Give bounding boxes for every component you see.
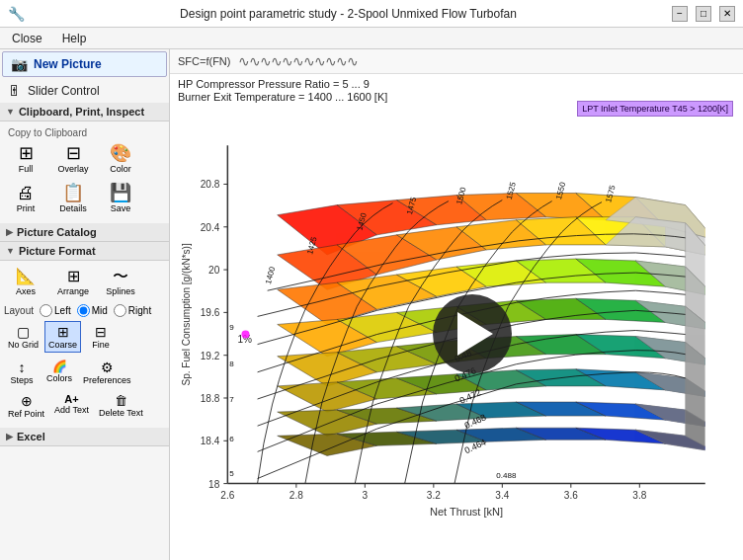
overlay-icon: ⊟ [66,144,81,162]
picture-catalog-header[interactable]: ▶ Picture Catalog [0,223,169,242]
ref-point-button[interactable]: ⊕ Ref Point [4,390,48,422]
svg-text:3.2: 3.2 [427,490,441,501]
svg-text:3: 3 [363,490,369,501]
preferences-button[interactable]: ⚙ Preferences [79,357,135,388]
no-grid-label: No Grid [8,340,39,350]
ref-point-label: Ref Point [8,409,44,419]
svg-text:0.488: 0.488 [496,471,517,480]
menu-help[interactable]: Help [58,30,91,47]
maximize-button[interactable]: □ [696,6,711,22]
full-icon: ⊞ [19,144,34,162]
svg-text:Net Thrust [kN]: Net Thrust [kN] [430,506,503,518]
info-bar: SFC=f(FN) ∿∿∿∿∿∿∿∿∿∿∿ [170,49,743,74]
add-text-button[interactable]: A+ Add Text [50,390,93,422]
radio-mid-label: Mid [92,305,108,316]
catalog-arrow-icon: ▶ [6,227,13,237]
svg-text:3.4: 3.4 [495,490,509,501]
details-button[interactable]: 📋 Details [51,180,95,217]
delete-text-label: Delete Text [99,408,143,418]
overlay-label: Overlay [57,164,88,174]
colors-button[interactable]: 🌈 Colors [41,357,77,388]
svg-point-126 [241,331,249,339]
svg-text:6: 6 [229,435,234,443]
play-button[interactable] [433,294,512,373]
minimize-button[interactable]: − [672,6,688,22]
svg-text:19.2: 19.2 [201,351,220,361]
steps-icon: ↕ [19,360,26,375]
excel-section-header[interactable]: ▶ Excel [0,428,169,446]
clipboard-arrow-icon: ▼ [6,107,15,117]
svg-text:Sp. Fuel Consumption [g/(kN*s): Sp. Fuel Consumption [g/(kN*s)] [181,243,192,385]
full-button[interactable]: ⊞ Full [4,140,47,178]
window-controls: − □ ✕ [672,6,735,22]
picture-format-content: 📐 Axes ⊞ Arrange 〜 Splines Layout [0,261,169,428]
svg-text:3.6: 3.6 [564,490,578,501]
fine-label: Fine [92,340,110,350]
axes-icon: 📐 [16,269,36,284]
param-line-1: HP Compressor Pressure Ratio = 5 ... 9 [178,78,735,90]
print-label: Print [17,203,36,213]
save-icon: 💾 [110,184,131,201]
ref-point-icon: ⊕ [21,393,33,409]
svg-text:20.4: 20.4 [201,222,220,233]
radio-right[interactable]: Right [114,304,151,317]
svg-text:2.8: 2.8 [289,490,303,501]
splines-icon: 〜 [113,269,128,284]
new-picture-label: New Picture [34,57,102,71]
details-icon: 📋 [62,184,84,201]
steps-button[interactable]: ↕ Steps [4,357,40,388]
clipboard-section-label: Clipboard, Print, Inspect [19,106,144,118]
no-grid-button[interactable]: ▢ No Grid [4,321,42,353]
splines-label: Splines [106,286,135,296]
coarse-label: Coarse [48,340,77,350]
print-button[interactable]: 🖨 Print [4,180,47,217]
fine-button[interactable]: ⊟ Fine [83,321,119,353]
camera-icon [11,56,28,72]
main-layout: New Picture Slider Control ▼ Clipboard, … [0,49,743,560]
color-icon: 🎨 [110,144,131,162]
arrange-label: Arrange [57,286,89,296]
slider-label: Slider Control [28,84,100,98]
menu-close[interactable]: Close [8,30,46,47]
svg-text:19.6: 19.6 [201,307,220,318]
clipboard-row-1: ⊞ Full ⊟ Overlay 🎨 Color [4,140,165,178]
content-area: SFC=f(FN) ∿∿∿∿∿∿∿∿∿∿∿ HP Compressor Pres… [170,49,743,560]
clipboard-content: Copy to Clipboard ⊞ Full ⊟ Overlay 🎨 Col… [0,121,169,223]
layout-row: Layout Left Mid Right [4,304,165,317]
delete-text-icon: 🗑 [115,393,127,408]
print-icon: 🖨 [17,184,35,201]
svg-text:3.8: 3.8 [632,490,646,501]
add-text-label: Add Text [54,405,89,415]
steps-label: Steps [10,375,33,385]
excel-arrow-icon: ▶ [6,432,13,441]
picture-catalog-label: Picture Catalog [17,226,97,238]
new-picture-button[interactable]: New Picture [2,51,167,77]
arrange-button[interactable]: ⊞ Arrange [51,265,95,300]
radio-left[interactable]: Left [40,304,71,317]
close-button[interactable]: ✕ [719,6,735,22]
picture-format-label: Picture Format [19,245,96,257]
picture-format-header[interactable]: ▼ Picture Format [0,242,169,261]
preferences-label: Preferences [83,375,131,385]
menu-bar: Close Help [0,28,743,49]
title-bar: 🔧 Design point parametric study - 2-Spoo… [0,0,743,28]
format-arrow-icon: ▼ [6,246,15,256]
axes-label: Axes [16,286,36,296]
slider-control-button[interactable]: Slider Control [0,79,169,103]
save-button[interactable]: 💾 Save [99,180,142,217]
svg-text:8: 8 [229,360,234,368]
axes-button[interactable]: 📐 Axes [4,265,47,300]
radio-left-label: Left [54,305,71,316]
radio-right-label: Right [128,305,151,316]
coarse-button[interactable]: ⊞ Coarse [44,321,81,353]
splines-button[interactable]: 〜 Splines [99,265,142,300]
color-button[interactable]: 🎨 Color [99,140,142,178]
overlay-button[interactable]: ⊟ Overlay [51,140,95,178]
color-label: Color [110,164,131,174]
delete-text-button[interactable]: 🗑 Delete Text [95,390,147,422]
grid-row: ▢ No Grid ⊞ Coarse ⊟ Fine [4,321,165,353]
radio-mid[interactable]: Mid [77,304,108,317]
window-title: Design point parametric study - 2-Spool … [25,7,672,21]
app-icon: 🔧 [8,6,25,22]
clipboard-section-header[interactable]: ▼ Clipboard, Print, Inspect [0,103,169,121]
